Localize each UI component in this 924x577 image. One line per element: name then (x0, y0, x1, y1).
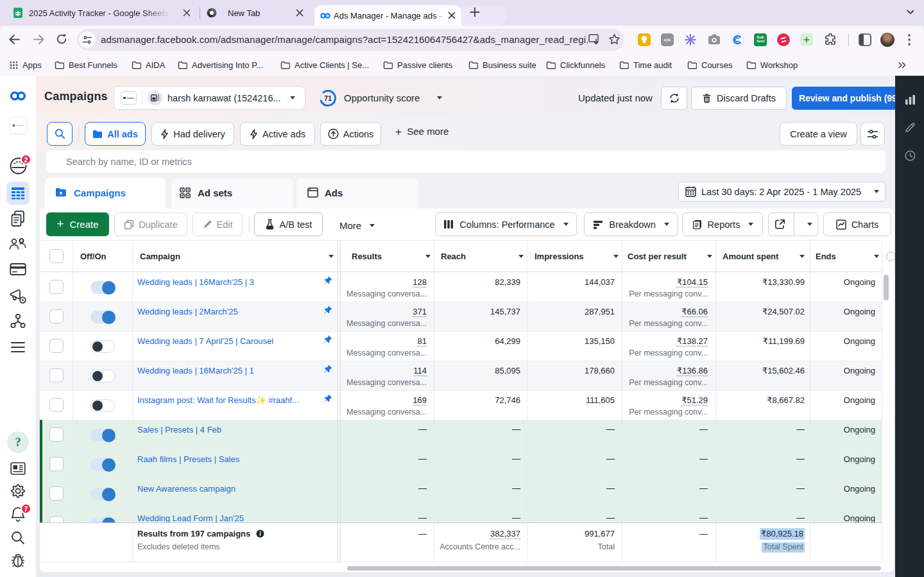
svg-text:71: 71 (324, 94, 332, 102)
